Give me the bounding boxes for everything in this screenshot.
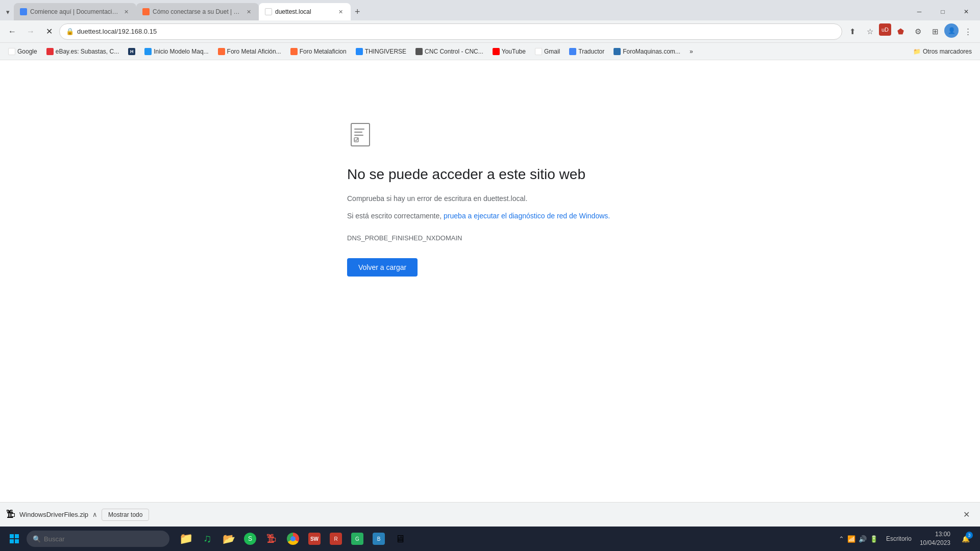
maximize-button[interactable]: □	[931, 3, 954, 20]
taskbar-app-monitor[interactable]: 🖥	[390, 529, 410, 549]
back-button[interactable]: ←	[4, 23, 20, 40]
battery-icon: 🔋	[870, 535, 878, 543]
extensions-button[interactable]: ⚙	[910, 23, 926, 40]
start-button[interactable]	[4, 529, 24, 549]
forward-button[interactable]: →	[22, 23, 39, 40]
desktop-label[interactable]: Escritorio	[883, 535, 915, 542]
svg-rect-7	[10, 534, 14, 538]
tab-1-close[interactable]: ✕	[122, 8, 130, 16]
taskbar-app-red[interactable]: R	[326, 529, 346, 549]
error-diagnostic-link[interactable]: prueba a ejecutar el diagnóstico de red …	[444, 212, 610, 220]
extension-ublock-button[interactable]: uD	[879, 23, 891, 36]
volume-icon: 🔊	[859, 535, 867, 543]
bookmark-google-label: Google	[17, 48, 37, 55]
tab-list-button[interactable]: ▾	[2, 5, 14, 19]
taskbar-app-blue[interactable]: B	[369, 529, 389, 549]
taskbar-app-archive[interactable]: 🗜	[261, 529, 282, 549]
tab-3-close[interactable]: ✕	[336, 8, 345, 16]
bookmark-foro-metal2[interactable]: Foro Metalaficion	[286, 46, 351, 57]
bookmark-gmail-label: Gmail	[544, 48, 560, 55]
nav-actions: ⬆ ☆ uD ⬟ ⚙ ⊞ 👤 ⋮	[844, 23, 976, 40]
bookmark-h-icon: H	[128, 48, 135, 55]
accounts-button[interactable]: ⊞	[927, 23, 943, 40]
page-content: No se puede acceder a este sitio web Com…	[0, 60, 980, 502]
download-bar-close[interactable]: ✕	[959, 508, 974, 521]
bookmark-inicio-icon	[144, 48, 152, 55]
extension-red-button[interactable]: ⬟	[892, 23, 909, 40]
profile-button[interactable]: 👤	[944, 23, 959, 38]
tab-2[interactable]: Cómo conectarse a su Duet | Do... ✕	[136, 3, 259, 20]
bookmark-foromaq[interactable]: ForoMaquinas.com...	[609, 46, 684, 57]
search-input[interactable]	[44, 535, 146, 543]
error-title: No se puede acceder a este sitio web	[347, 166, 585, 183]
notification-badge: 3	[966, 532, 973, 539]
bookmark-inicio[interactable]: Inicio Modelo Maq...	[140, 46, 212, 57]
tab-2-close[interactable]: ✕	[244, 8, 253, 16]
download-expand-button[interactable]: ∧	[92, 511, 97, 518]
taskbar-app-green[interactable]: G	[347, 529, 368, 549]
folder-icon: 📁	[913, 48, 921, 55]
bookmark-thingiverse-label: THINGIVERSE	[365, 48, 406, 55]
bookmark-folder-others[interactable]: 📁 Otros marcadores	[909, 46, 976, 57]
bookmark-foro-metal[interactable]: Foro Metal Afición...	[214, 46, 285, 57]
tab-2-favicon	[142, 8, 150, 15]
reload-stop-button[interactable]: ✕	[41, 23, 57, 40]
taskbar-search[interactable]: 🔍	[27, 531, 169, 547]
new-tab-button[interactable]: +	[351, 4, 364, 20]
minimize-button[interactable]: ─	[908, 3, 931, 20]
bookmark-h[interactable]: H	[124, 46, 139, 57]
svg-rect-10	[15, 539, 19, 543]
tray-arrow[interactable]: ⌃	[839, 535, 844, 543]
tab-2-label: Cómo conectarse a su Duet | Do...	[153, 8, 241, 15]
bookmark-traductor-icon	[569, 48, 576, 55]
bookmark-youtube-label: YouTube	[502, 48, 526, 55]
taskbar-app-sw[interactable]: SW	[304, 529, 325, 549]
download-file-icon: 🗜	[6, 509, 15, 520]
bookmark-youtube[interactable]: YouTube	[488, 46, 530, 57]
taskbar-app-music[interactable]: ♫	[197, 529, 217, 549]
reload-button[interactable]: Volver a cargar	[347, 258, 418, 277]
share-button[interactable]: ⬆	[844, 23, 861, 40]
svg-rect-8	[15, 534, 19, 538]
time-block[interactable]: 13:00 10/04/2023	[917, 530, 953, 547]
taskbar-app-explorer2[interactable]: 📂	[218, 529, 239, 549]
taskbar-app-explorer[interactable]: 📁	[176, 529, 196, 549]
network-icon: 📶	[847, 535, 855, 543]
bookmark-foro-metal-label: Foro Metal Afición...	[227, 48, 281, 55]
title-bar: ▾ Comience aquí | Documentación... ✕ Cóm…	[0, 0, 980, 20]
taskbar-app-chrome[interactable]	[283, 529, 303, 549]
svg-line-6	[356, 138, 358, 141]
menu-button[interactable]: ⋮	[960, 23, 976, 40]
download-item: 🗜 WindowsDriverFiles.zip ∧	[6, 509, 97, 520]
tab-3[interactable]: duettest.local ✕	[259, 3, 351, 20]
bookmark-cnc[interactable]: CNC Control - CNC...	[411, 46, 487, 57]
bookmarks-bar: Google eBay.es: Subastas, C... H Inicio …	[0, 43, 980, 60]
bookmark-foro-metal2-icon	[290, 48, 298, 55]
close-button[interactable]: ✕	[954, 3, 978, 20]
bookmark-ebay[interactable]: eBay.es: Subastas, C...	[42, 46, 124, 57]
tab-3-favicon	[265, 8, 272, 15]
tab-3-label: duettest.local	[275, 8, 333, 15]
bookmark-gmail[interactable]: Gmail	[531, 46, 564, 57]
tab-1-label: Comience aquí | Documentación...	[30, 8, 119, 15]
navigation-bar: ← → ✕ 🔒 duettest.local/192.168.0.15 ⬆ ☆ …	[0, 20, 980, 43]
error-suggestion: Si está escrito correctamente, prueba a …	[347, 210, 610, 221]
taskbar-right: ⌃ 📶 🔊 🔋 Escritorio 13:00 10/04/2023 🔔 3	[836, 529, 976, 549]
search-icon: 🔍	[33, 535, 41, 543]
browser-window: ▾ Comience aquí | Documentación... ✕ Cóm…	[0, 0, 980, 551]
notification-button[interactable]: 🔔 3	[955, 529, 976, 549]
bookmark-thingiverse[interactable]: THINGIVERSE	[352, 46, 410, 57]
bookmarks-more[interactable]: »	[685, 46, 697, 57]
url-display: duettest.local/192.168.0.15	[77, 28, 836, 35]
taskbar-app-spotify[interactable]: S	[240, 529, 260, 549]
error-suggestion-prefix: Si está escrito correctamente,	[347, 212, 444, 220]
show-all-downloads-button[interactable]: Mostrar todo	[102, 509, 149, 521]
download-bar: 🗜 WindowsDriverFiles.zip ∧ Mostrar todo …	[0, 502, 980, 527]
bookmark-traductor[interactable]: Traductor	[565, 46, 608, 57]
bookmark-google[interactable]: Google	[4, 46, 41, 57]
address-bar[interactable]: 🔒 duettest.local/192.168.0.15	[59, 23, 842, 40]
bookmark-button[interactable]: ☆	[862, 23, 878, 40]
tab-1[interactable]: Comience aquí | Documentación... ✕	[14, 3, 136, 20]
bookmark-foro-metal2-label: Foro Metalaficion	[300, 48, 347, 55]
bookmark-foromaq-label: ForoMaquinas.com...	[623, 48, 680, 55]
